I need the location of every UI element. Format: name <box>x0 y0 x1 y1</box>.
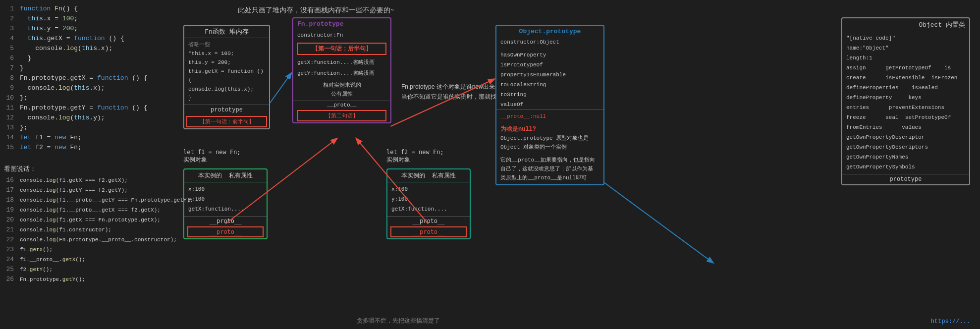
code-line-4: 4 this.getX = function () { <box>0 34 159 44</box>
diagram-area: 此处只画了堆内存，没有画栈内存和一些不必要的~ Fn函数 堆内存 省略一些 *t… <box>159 0 980 329</box>
code-line-12: 12 console.log(this.y); <box>0 113 159 123</box>
code-line-17: 17 console.log(f1.getY === f2.getY); <box>0 185 159 195</box>
inst1-proto-val: __proto__ <box>187 226 264 237</box>
fn-proto-getx: getX:function....省略没画 <box>293 57 390 68</box>
obj-proto-null-section: __proto__:null 为啥是null? Object.prototype… <box>496 110 603 184</box>
obj-proto-to-string: toString <box>496 90 603 100</box>
code-line-18: 18 console.log(f1.__proto__.getY === Fn.… <box>0 195 159 205</box>
code-line-22: 22 console.log(Fn.prototype.__proto__.co… <box>0 235 159 245</box>
inst1-box: 本实例的 私有属性 x:100 y:100 getX:function.... … <box>183 168 268 239</box>
bottom-link: https://... <box>931 318 970 325</box>
svg-line-2 <box>604 182 713 263</box>
obj-proto-has-own: hasOwnProperty <box>496 50 603 60</box>
svg-line-0 <box>270 73 291 103</box>
fn-proto-title: Fn.prototype <box>293 18 390 30</box>
code-line-13: 13 }; <box>0 123 159 133</box>
code-line-5: 5 console.log(this.x); <box>0 44 159 54</box>
code-line-16: 16 console.log(f1.getX === f2.getX); <box>0 175 159 185</box>
code-line-9: 9 console.log(this.x); <box>0 83 159 93</box>
inst2-body: x:100 y:100 getX:function.... <box>387 182 470 216</box>
code-line-8: 8 Fn.prototype.getX = function () { <box>0 73 159 83</box>
obj-builtin-body: "[native code]" name:"Object" length:1 a… <box>842 31 969 174</box>
obj-proto-prop-is-enum: propertyIsEnumerable <box>496 70 603 80</box>
inst2-proto-label: __proto__ <box>387 216 470 225</box>
fn-heap-box: Fn函数 堆内存 省略一些 *this.x = 100; this.y = 20… <box>183 25 270 129</box>
fn-proto-constructor: constructor:Fn <box>293 30 390 41</box>
fn-heap-prototype-label: prototype <box>184 105 269 115</box>
code-line-15: 15 let f2 = new Fn; <box>0 143 159 153</box>
code-panel: 1 function Fn() { 2 this.x = 100; 3 this… <box>0 0 159 329</box>
obj-builtin-box: Object 内置类 "[native code]" name:"Object"… <box>841 17 970 185</box>
code-line-14: 14 let f1 = new Fn; <box>0 133 159 143</box>
inst2-outer-label: let f2 = new Fn; 实例对象 <box>386 149 444 164</box>
obj-builtin-title: Object 内置类 <box>842 18 969 31</box>
main-container: 1 function Fn() { 2 this.x = 100; 3 this… <box>0 0 980 329</box>
inst2-proto-val: __proto__ <box>390 226 467 237</box>
code-line-1: 1 function Fn() { <box>0 4 159 14</box>
code-line-2: 2 this.x = 100; <box>0 14 159 24</box>
code-line-25: 25 f2.getY(); <box>0 265 159 274</box>
bottom-note: 贪多嚼不烂，先把这些搞清楚了 <box>357 317 440 325</box>
fn-proto-gety: getY:function....省略没画 <box>293 68 390 79</box>
code-line-21: 21 console.log(f1.constructor); <box>0 225 159 235</box>
fn-proto-box: Fn.prototype constructor:Fn 【第一句话：后半句】 g… <box>292 17 391 123</box>
code-line-10: 10 }; <box>0 93 159 103</box>
obj-proto-constructor: constructor:Object <box>496 37 603 47</box>
code-line-20: 20 console.log(f1.getX === Fn.prototype.… <box>0 215 159 225</box>
code-line-3: 3 this.y = 200; <box>0 24 159 34</box>
code-line-7: 7 } <box>0 63 159 73</box>
inst1-proto-label: __proto__ <box>184 216 267 225</box>
obj-proto-to-locale: toLocaleString <box>496 80 603 90</box>
code-line-11: 11 Fn.prototype.getY = function () { <box>0 103 159 113</box>
obj-proto-title: Object.prototype <box>496 26 603 37</box>
inst1-outer-label: let f1 = new Fn; 实例对象 <box>183 149 241 164</box>
inst2-box: 本实例的 私有属性 x:100 y:100 getX:function.... … <box>386 168 471 239</box>
fn-proto-second-sentence: 【第二句话】 <box>297 110 386 121</box>
obj-proto-box: Object.prototype constructor:Object hasO… <box>495 25 604 185</box>
fn-heap-title: Fn函数 堆内存 <box>184 26 269 38</box>
code-line-19: 19 console.log(f1.__proto__.getX === f2.… <box>0 205 159 215</box>
fn-heap-omit: 省略一些 <box>188 40 265 49</box>
fn-heap-second-sentence: 【第一句话：前半句】 <box>186 116 267 127</box>
see-note-label: 看图说话： <box>0 163 159 175</box>
obj-builtin-proto-label: prototype <box>842 174 969 184</box>
obj-proto-is-proto-of: isPrototypeOf <box>496 60 603 70</box>
code-line-6: 6 } <box>0 54 159 63</box>
fn-proto-proto-label: __proto__ <box>293 101 390 109</box>
top-note: 此处只画了堆内存，没有画栈内存和一些不必要的~ <box>238 6 394 15</box>
fn-heap-body: 省略一些 *this.x = 100; this.y = 200; this.g… <box>184 38 269 105</box>
code-line-24: 24 f1.__proto__.getX(); <box>0 255 159 265</box>
obj-proto-value-of: valueOf <box>496 100 603 110</box>
fn-proto-first-sentence: 【第一句话：后半句】 <box>297 43 386 55</box>
code-line-26: 26 Fn.prototype.getY(); <box>0 274 159 284</box>
code-line-23: 23 f1.getX(); <box>0 245 159 255</box>
fn-proto-public-note: 相对实例来说的 公有属性 <box>293 79 390 101</box>
inst1-body: x:100 y:100 getX:function.... <box>184 182 267 216</box>
